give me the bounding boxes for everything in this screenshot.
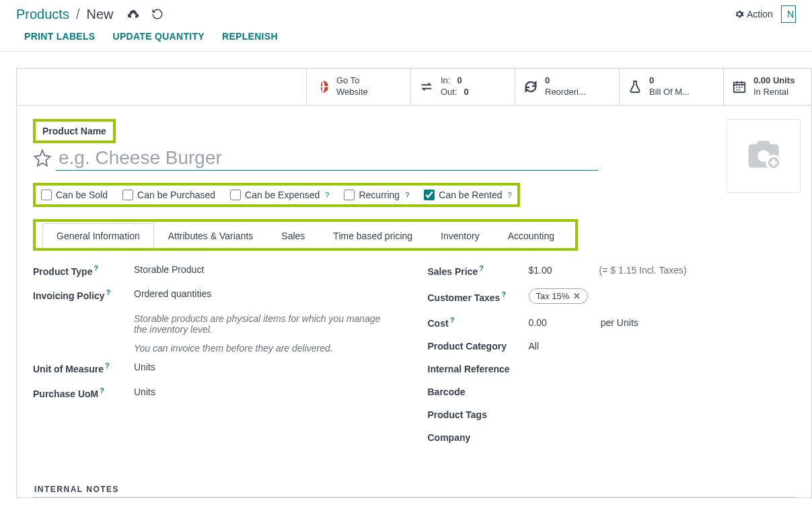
recurring-checkbox[interactable]: Recurring? (344, 190, 409, 200)
cost-per-unit: per Units (601, 317, 638, 328)
refresh-icon (523, 79, 538, 94)
product-image-upload[interactable] (727, 119, 801, 193)
product-type-value[interactable]: Storable Product (134, 264, 401, 275)
hint-text: You can invoice them before they are del… (134, 343, 390, 354)
purchase-uom-value[interactable]: Units (134, 386, 401, 397)
print-labels-link[interactable]: PRINT LABELS (24, 31, 96, 42)
cloud-save-icon[interactable] (127, 8, 139, 20)
action-menu[interactable]: Action (735, 9, 773, 19)
breadcrumb-current: New (87, 7, 114, 22)
in-rental-button[interactable]: 0.00 Units In Rental (724, 69, 811, 105)
help-icon[interactable]: ? (450, 316, 455, 324)
tab-accounting[interactable]: Accounting (494, 223, 568, 248)
sales-price-label: Sales Price? (428, 264, 529, 277)
can-be-sold-checkbox[interactable]: Can be Sold (41, 190, 108, 200)
can-be-rented-checkbox[interactable]: Can be Rented? (424, 190, 511, 200)
unit-of-measure-label: Unit of Measure? (33, 362, 134, 374)
transfer-icon (419, 79, 434, 94)
action-links-bar: PRINT LABELS UPDATE QUANTITY REPLENISH (0, 28, 812, 52)
purchase-uom-label: Purchase UoM? (33, 386, 134, 399)
hint-text: Storable products are physical items for… (134, 313, 390, 335)
help-icon[interactable]: ? (479, 264, 484, 272)
gear-icon (735, 9, 744, 19)
tabs-bar: General Information Attributes & Variant… (37, 223, 574, 248)
discard-icon[interactable] (151, 8, 163, 20)
help-icon[interactable]: ? (105, 362, 110, 370)
bill-of-materials-button[interactable]: 0 Bill Of M... (620, 69, 724, 105)
sales-price-incl-taxes: (= $ 1.15 Incl. Taxes) (599, 265, 687, 276)
can-be-expensed-checkbox[interactable]: Can be Expensed? (230, 190, 329, 200)
update-quantity-link[interactable]: UPDATE QUANTITY (113, 31, 205, 42)
globe-icon (315, 79, 330, 94)
help-icon[interactable]: ? (507, 191, 511, 199)
reordering-button[interactable]: 0 Reorderi... (515, 69, 620, 105)
product-name-label: Product Name (36, 122, 113, 140)
product-tags-label: Product Tags (428, 409, 529, 420)
can-be-purchased-checkbox[interactable]: Can be Purchased (122, 190, 215, 200)
replenish-link[interactable]: REPLENISH (222, 31, 278, 42)
internal-reference-label: Internal Reference (428, 364, 529, 374)
product-category-value[interactable]: All (529, 341, 796, 352)
invoicing-policy-value[interactable]: Ordered quantities (134, 288, 401, 299)
breadcrumb: Products / New (16, 7, 114, 22)
help-icon[interactable]: ? (325, 191, 329, 199)
help-icon[interactable]: ? (405, 191, 409, 199)
customer-taxes-label: Customer Taxes? (428, 290, 529, 303)
product-type-label: Product Type? (33, 264, 134, 277)
new-button-partial[interactable]: N (781, 5, 796, 23)
barcode-label: Barcode (428, 386, 529, 397)
breadcrumb-root[interactable]: Products (16, 7, 69, 22)
invoicing-policy-label: Invoicing Policy? (33, 288, 134, 301)
in-out-button[interactable]: In:0 Out:0 (411, 69, 515, 105)
help-icon[interactable]: ? (106, 288, 111, 296)
help-icon[interactable]: ? (100, 386, 104, 395)
tab-sales[interactable]: Sales (267, 223, 319, 248)
tab-general-information[interactable]: General Information (42, 223, 154, 248)
flask-icon (628, 79, 642, 94)
tax-tag[interactable]: Tax 15% ✕ (529, 288, 589, 304)
tab-time-based-pricing[interactable]: Time based pricing (319, 223, 427, 248)
form-sheet: Go To Website In:0 Out:0 0 R (16, 68, 812, 498)
product-name-input[interactable] (56, 146, 598, 171)
smart-buttons-bar: Go To Website In:0 Out:0 0 R (17, 69, 811, 106)
calendar-icon (732, 79, 747, 94)
cost-value[interactable]: 0.00 (529, 317, 547, 328)
cost-label: Cost? (428, 316, 529, 329)
internal-notes-heading: INTERNAL NOTES (33, 482, 795, 497)
help-icon[interactable]: ? (94, 264, 98, 272)
sales-price-value[interactable]: $1.00 (529, 265, 552, 276)
tab-inventory[interactable]: Inventory (427, 223, 494, 248)
company-label: Company (428, 432, 529, 443)
favorite-star-icon[interactable] (33, 149, 52, 167)
product-category-label: Product Category (428, 341, 529, 352)
help-icon[interactable]: ? (501, 290, 506, 298)
go-to-website-button[interactable]: Go To Website (307, 69, 411, 105)
unit-of-measure-value[interactable]: Units (134, 362, 401, 372)
tab-attributes-variants[interactable]: Attributes & Variants (154, 223, 268, 248)
remove-tag-icon[interactable]: ✕ (573, 291, 581, 301)
